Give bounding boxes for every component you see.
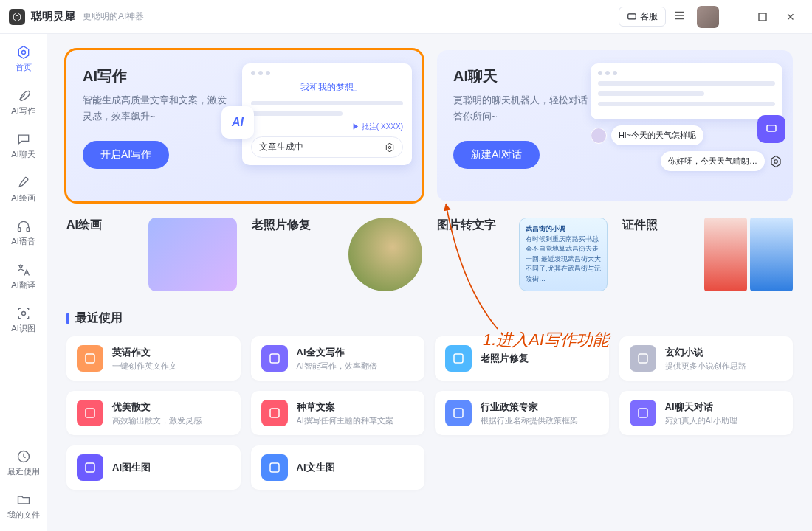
svg-rect-13 bbox=[454, 354, 463, 363]
app-name: 聪明灵犀 bbox=[31, 10, 75, 24]
recent-card[interactable]: 种草文案AI撰写任何主题的种草文案 bbox=[251, 391, 425, 435]
sidebar-item-label: 首页 bbox=[16, 62, 32, 73]
recent-card-desc: 根据行业名称提供政策框架 bbox=[481, 415, 578, 426]
avatar[interactable] bbox=[697, 6, 719, 28]
recent-card-desc: 宛如真人的AI小助理 bbox=[665, 415, 737, 426]
svg-rect-9 bbox=[767, 125, 776, 131]
recent-grid: 英语作文一键创作英文作文AI全文写作AI智能写作，效率翻倍老照片修复玄幻小说提供… bbox=[66, 336, 793, 490]
svg-rect-17 bbox=[454, 409, 463, 417]
recent-card[interactable]: 优美散文高效输出散文，激发灵感 bbox=[66, 391, 241, 435]
tile-thumb bbox=[704, 218, 793, 291]
sidebar-item-files[interactable]: 我的文件 bbox=[7, 492, 40, 521]
recent-card-icon bbox=[445, 400, 472, 426]
window-minimize-button[interactable]: — bbox=[722, 6, 747, 28]
customer-service-label: 客服 bbox=[640, 10, 658, 23]
chat-widget-icon bbox=[757, 115, 785, 143]
tile-thumb bbox=[148, 218, 237, 291]
new-ai-chat-button[interactable]: 新建AI对话 bbox=[453, 141, 540, 169]
write-preview-note: ▶ 批注( XXXX) bbox=[251, 122, 403, 132]
app-logo-icon bbox=[9, 9, 25, 25]
start-ai-write-button[interactable]: 开启AI写作 bbox=[83, 141, 169, 169]
recent-card-icon bbox=[261, 400, 288, 426]
hamburger-menu-button[interactable] bbox=[673, 9, 687, 25]
folder-icon bbox=[16, 492, 32, 508]
recent-card[interactable]: AI聊天对话宛如真人的AI小助理 bbox=[619, 391, 794, 435]
svg-point-6 bbox=[21, 312, 25, 316]
write-preview-doc-title: 「我和我的梦想」 bbox=[251, 81, 403, 94]
recent-card[interactable]: AI全文写作AI智能写作，效率翻倍 bbox=[251, 336, 425, 381]
write-preview-card: 「我和我的梦想」 ▶ 批注( XXXX) 文章生成中 AI bbox=[242, 63, 412, 165]
recent-card-title: 英语作文 bbox=[112, 346, 177, 359]
svg-rect-19 bbox=[86, 463, 94, 472]
recent-card-icon bbox=[445, 345, 472, 372]
svg-rect-2 bbox=[759, 13, 766, 21]
hex-logo-icon bbox=[385, 142, 395, 153]
tile-photo-restore[interactable]: 老照片修复 bbox=[252, 218, 422, 291]
tile-thumb: 武昌街的小调 有时候到重庆南路买书总会不自觉地算武昌街去走一回,最近发现武昌街大… bbox=[519, 218, 608, 291]
svg-rect-12 bbox=[270, 354, 279, 363]
sidebar-item-label: AI聊天 bbox=[11, 149, 35, 160]
recent-card[interactable]: 老照片修复 bbox=[435, 336, 609, 381]
sidebar-item-label: AI翻译 bbox=[11, 280, 35, 291]
svg-point-0 bbox=[16, 15, 18, 18]
sidebar: 首页 AI写作 AI聊天 AI绘画 AI语音 AI翻译 AI识图 最 bbox=[0, 34, 47, 531]
sidebar-item-voice[interactable]: AI语音 bbox=[11, 218, 35, 247]
window-maximize-button[interactable] bbox=[750, 6, 775, 28]
recent-card-icon bbox=[77, 345, 103, 372]
clock-icon bbox=[16, 448, 32, 465]
recent-heading: 最近使用 bbox=[75, 310, 123, 326]
bot-avatar-icon bbox=[591, 128, 607, 144]
sidebar-item-write[interactable]: AI写作 bbox=[11, 88, 35, 117]
customer-service-button[interactable]: 客服 bbox=[619, 7, 666, 27]
chat-icon bbox=[16, 131, 32, 148]
svg-rect-14 bbox=[639, 354, 647, 363]
hero-write-desc: 智能生成高质量文章和文案，激发灵感，效率飙升~ bbox=[83, 92, 230, 125]
svg-point-10 bbox=[774, 159, 778, 163]
hero-card-chat[interactable]: AI聊天 更聪明的聊天机器人，轻松对话，答你所问~ 新建AI对话 Hi~今天的天… bbox=[437, 50, 793, 201]
tile-ocr[interactable]: 图片转文字 武昌街的小调 有时候到重庆南路买书总会不自觉地算武昌街去走一回,最近… bbox=[437, 218, 608, 291]
recent-card[interactable]: 行业政策专家根据行业名称提供政策框架 bbox=[435, 391, 609, 435]
recent-card-title: AI聊天对话 bbox=[665, 400, 737, 414]
sidebar-item-vision[interactable]: AI识图 bbox=[11, 305, 35, 334]
home-icon bbox=[16, 44, 32, 60]
tile-id-photo[interactable]: 证件照 bbox=[622, 218, 793, 291]
ai-badge-icon: AI bbox=[221, 106, 254, 139]
app-subtitle: 更聪明的AI神器 bbox=[83, 10, 144, 23]
recent-card[interactable]: AI图生图 bbox=[66, 445, 241, 490]
sidebar-item-label: AI绘画 bbox=[11, 192, 35, 204]
sidebar-item-label: 最近使用 bbox=[7, 466, 40, 477]
recent-card[interactable]: AI文生图 bbox=[251, 445, 425, 490]
svg-rect-5 bbox=[27, 228, 29, 232]
tile-ai-paint[interactable]: AI绘画 bbox=[66, 218, 237, 291]
sidebar-item-translate[interactable]: AI翻译 bbox=[11, 262, 35, 291]
recent-card[interactable]: 英语作文一键创作英文作文 bbox=[66, 336, 241, 381]
hero-card-write[interactable]: AI写作 智能生成高质量文章和文案，激发灵感，效率飙升~ 开启AI写作 「我和我… bbox=[66, 50, 422, 201]
sidebar-item-paint[interactable]: AI绘画 bbox=[11, 175, 35, 204]
sidebar-item-label: AI写作 bbox=[11, 105, 35, 117]
recent-card-title: 种草文案 bbox=[297, 400, 393, 414]
translate-icon bbox=[16, 262, 32, 278]
tile-thumb bbox=[348, 218, 422, 291]
recent-card-icon bbox=[261, 454, 288, 481]
scan-icon bbox=[16, 305, 32, 322]
recent-card-title: AI图生图 bbox=[112, 461, 151, 474]
svg-point-3 bbox=[21, 51, 25, 55]
sidebar-item-chat[interactable]: AI聊天 bbox=[11, 131, 35, 160]
recent-card[interactable]: 玄幻小说提供更多小说创作思路 bbox=[619, 336, 794, 381]
tile-title: 图片转文字 bbox=[437, 218, 496, 233]
feather-icon bbox=[16, 88, 32, 104]
tile-title: 老照片修复 bbox=[252, 218, 311, 233]
write-preview-status: 文章生成中 bbox=[251, 136, 403, 158]
recent-card-desc: AI撰写任何主题的种草文案 bbox=[297, 415, 393, 426]
recent-card-desc: 一键创作英文作文 bbox=[112, 361, 177, 372]
hero-chat-desc: 更聪明的聊天机器人，轻松对话，答你所问~ bbox=[453, 92, 601, 125]
tile-title: 证件照 bbox=[622, 218, 658, 233]
recent-card-desc: 提供更多小说创作思路 bbox=[665, 361, 746, 372]
recent-section-header: 最近使用 bbox=[66, 310, 793, 326]
recent-card-desc: AI智能写作，效率翻倍 bbox=[297, 361, 377, 372]
svg-rect-16 bbox=[270, 409, 279, 417]
window-close-button[interactable]: ✕ bbox=[778, 6, 803, 28]
recent-card-icon bbox=[77, 454, 103, 481]
sidebar-item-recent[interactable]: 最近使用 bbox=[7, 448, 40, 477]
sidebar-item-home[interactable]: 首页 bbox=[16, 44, 32, 73]
